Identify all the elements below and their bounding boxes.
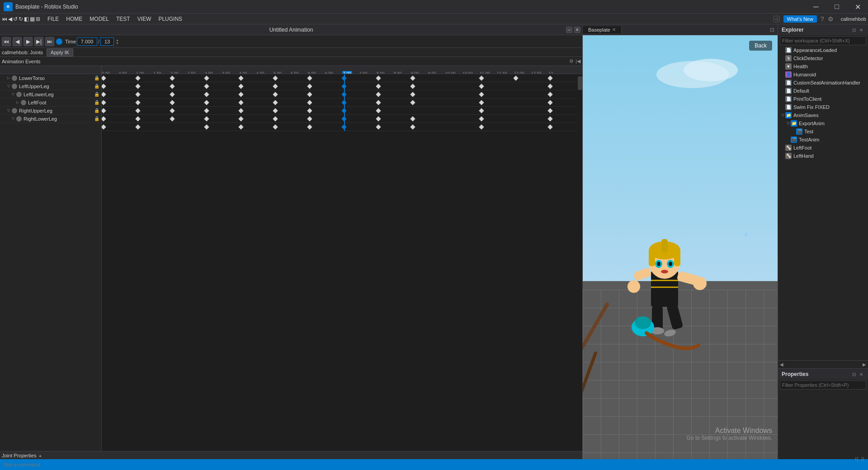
keyframe[interactable] xyxy=(479,116,484,121)
keyframe[interactable] xyxy=(273,92,278,97)
keyframe[interactable] xyxy=(135,108,140,113)
keyframe[interactable] xyxy=(204,84,209,89)
keyframe[interactable] xyxy=(376,84,381,89)
keyframe[interactable] xyxy=(273,116,278,121)
track-lower-torso[interactable]: ▷ LowerTorso 🔒 xyxy=(0,74,101,82)
properties-filter-input[interactable] xyxy=(780,381,866,390)
keyframe[interactable] xyxy=(307,75,312,80)
keyframe[interactable] xyxy=(170,108,175,113)
menu-test[interactable]: TEST xyxy=(113,15,134,23)
menu-model[interactable]: MODEL xyxy=(86,15,113,23)
properties-expand-btn[interactable]: ⊡ xyxy=(851,371,857,377)
keyframe[interactable] xyxy=(238,124,243,129)
scroll-left-arrow[interactable]: ◀ xyxy=(780,362,783,367)
keyframe[interactable] xyxy=(102,108,106,113)
maximize-button[interactable]: □ xyxy=(826,0,847,14)
timeline-scrollbar-v[interactable] xyxy=(578,74,582,451)
keyframe[interactable] xyxy=(376,100,381,105)
track-right-lower-leg[interactable]: ▽ RightLowerLeg 🔒 xyxy=(0,115,101,123)
keyframe[interactable] xyxy=(376,75,381,80)
explorer-item-test[interactable]: 🎬 Test xyxy=(778,127,868,136)
whats-new-button[interactable]: What's New xyxy=(783,15,817,23)
keyframe[interactable] xyxy=(170,84,175,89)
redo-button[interactable]: ↻ xyxy=(19,16,23,22)
explorer-item-test-anim[interactable]: 🎬 TestAnim xyxy=(778,136,868,144)
keyframe[interactable] xyxy=(547,108,552,113)
keyframe[interactable] xyxy=(547,100,552,105)
keyframe[interactable] xyxy=(479,92,484,97)
keyframe[interactable] xyxy=(238,75,243,80)
keyframe[interactable] xyxy=(410,124,415,129)
keyframe[interactable] xyxy=(135,100,140,105)
keyframe[interactable] xyxy=(376,124,381,129)
keyframe[interactable] xyxy=(410,84,415,89)
keyframe[interactable] xyxy=(204,92,209,97)
explorer-item-default[interactable]: 📄 Default xyxy=(778,87,868,95)
viewport-expand-btn[interactable]: ⊡ xyxy=(767,24,778,35)
keyframe[interactable] xyxy=(102,92,106,97)
keyframe[interactable] xyxy=(204,124,209,129)
keyframe[interactable] xyxy=(479,124,484,129)
keyframe[interactable] xyxy=(273,108,278,113)
track-left-lower-leg[interactable]: ▽ LeftLowerLeg 🔒 xyxy=(0,90,101,99)
play-button[interactable]: ▶ xyxy=(24,37,33,46)
explorer-item-export-anim[interactable]: ▽ 📁 ExportAnim xyxy=(778,119,868,127)
panel-minimize-button[interactable]: ─ xyxy=(566,27,572,33)
close-button[interactable]: ✕ xyxy=(847,0,868,14)
misc-button1[interactable]: ◧ xyxy=(24,16,29,22)
explorer-expand-btn[interactable]: ⊡ xyxy=(851,27,857,33)
keyframe[interactable] xyxy=(102,124,106,129)
command-input[interactable] xyxy=(4,462,139,467)
keyframe[interactable] xyxy=(135,92,140,97)
explorer-item-anim-saves[interactable]: ▽ 📁 AnimSaves xyxy=(778,111,868,119)
keyframe[interactable] xyxy=(547,92,552,97)
keyframe[interactable] xyxy=(135,84,140,89)
keyframe[interactable] xyxy=(204,100,209,105)
keyframe[interactable] xyxy=(238,116,243,121)
undo-button[interactable]: ↺ xyxy=(13,16,18,22)
keyframe[interactable] xyxy=(307,116,312,121)
keyframe[interactable] xyxy=(547,84,552,89)
panel-close-button[interactable]: ✕ xyxy=(574,27,580,33)
explorer-item-left-foot[interactable]: 🦴 LeftFoot xyxy=(778,144,868,152)
keyframe[interactable] xyxy=(170,92,175,97)
frames-input[interactable] xyxy=(100,38,114,46)
back-button[interactable]: ◀ xyxy=(8,16,12,22)
keyframe[interactable] xyxy=(376,108,381,113)
keyframe[interactable] xyxy=(410,75,415,80)
keyframe[interactable] xyxy=(170,75,175,80)
explorer-item-swim-fix[interactable]: 📄 Swim Fix FIXED xyxy=(778,103,868,111)
keyframe[interactable] xyxy=(238,84,243,89)
explorer-item-left-hand[interactable]: 🦴 LeftHand xyxy=(778,152,868,160)
timeline-scrollbar-thumb[interactable] xyxy=(578,76,582,90)
keyframe[interactable] xyxy=(238,100,243,105)
misc-button2[interactable]: ▦ xyxy=(30,16,35,22)
anim-events-add[interactable]: |◀ xyxy=(576,58,580,64)
keyframe[interactable] xyxy=(204,108,209,113)
keyframe[interactable] xyxy=(547,124,552,129)
track-timeline[interactable]: 0.00 0.50 1.00 1.50 2.00 2.50 3.00 3.50 … xyxy=(102,66,582,451)
tab-close-icon[interactable]: ✕ xyxy=(612,27,616,32)
explorer-item-health[interactable]: ♥ Health xyxy=(778,62,868,70)
keyframe[interactable] xyxy=(135,75,140,80)
keyframe[interactable] xyxy=(273,75,278,80)
keyframe[interactable] xyxy=(204,75,209,80)
keyframe[interactable] xyxy=(479,100,484,105)
step-back-frame-button[interactable]: ◀ xyxy=(13,37,22,46)
keyframe[interactable] xyxy=(307,100,312,105)
step-back-button[interactable]: ⏮ xyxy=(2,16,7,22)
menu-home[interactable]: HOME xyxy=(62,15,86,23)
keyframe[interactable] xyxy=(410,100,415,105)
keyframe[interactable] xyxy=(273,124,278,129)
keyframe[interactable] xyxy=(204,116,209,121)
keyframe[interactable] xyxy=(170,116,175,121)
keyframe[interactable] xyxy=(170,100,175,105)
keyframe[interactable] xyxy=(479,75,484,80)
go-to-end-button[interactable]: ⏭ xyxy=(45,37,54,46)
keyframe[interactable] xyxy=(135,116,140,121)
keyframe[interactable] xyxy=(410,116,415,121)
keyframe[interactable] xyxy=(102,116,106,121)
misc-button3[interactable]: ⊞ xyxy=(36,16,40,22)
keyframe[interactable] xyxy=(410,92,415,97)
explorer-filter-input[interactable] xyxy=(780,36,866,45)
